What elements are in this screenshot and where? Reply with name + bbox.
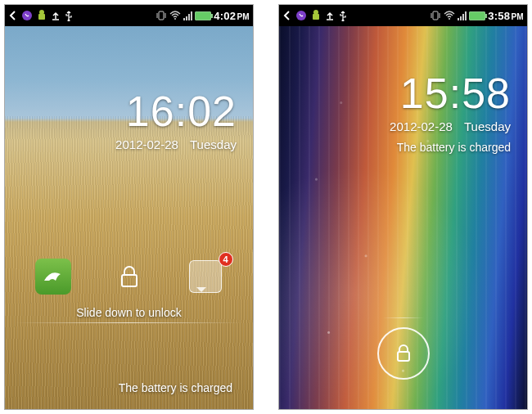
viber-icon — [295, 10, 307, 21]
svg-point-3 — [68, 20, 70, 22]
signal-icon — [458, 11, 467, 20]
status-bar: 3:58PM — [279, 5, 527, 26]
battery-status-text: The battery is charged — [397, 141, 511, 154]
usb-icon — [64, 10, 74, 21]
vibrate-icon — [156, 11, 167, 20]
wallpaper-rainbow: 15:58 2012-02-28 Tuesday The battery is … — [279, 26, 527, 409]
lock-date-line: 2012-02-28 Tuesday — [390, 119, 511, 133]
phone-screenshot-right: 3:58PM 15:58 2012-02-28 Tuesday The batt… — [278, 4, 528, 410]
lock-time: 16:02 — [115, 90, 237, 133]
unlock-handle[interactable] — [106, 257, 152, 296]
wallpaper-wheat: 16:02 2012-02-28 Tuesday — [5, 26, 253, 409]
dolphin-icon — [35, 259, 71, 295]
svg-rect-6 — [122, 275, 137, 286]
lock-icon — [392, 342, 415, 365]
phone-screenshot-left: 4:02PM 16:02 2012-02-28 Tuesday — [4, 4, 254, 410]
status-time: 4:02PM — [214, 10, 250, 22]
unlock-ring[interactable] — [377, 327, 430, 380]
lock-icon — [115, 262, 144, 291]
lock-date-line: 2012-02-28 Tuesday — [115, 137, 237, 151]
upload-icon — [325, 11, 335, 20]
usb-icon — [338, 10, 348, 21]
lock-clock: 16:02 2012-02-28 Tuesday — [115, 90, 237, 151]
upload-icon — [51, 11, 61, 20]
signal-icon — [183, 11, 192, 20]
android-icon — [36, 10, 47, 21]
android-icon — [310, 10, 322, 21]
svg-point-12 — [449, 18, 450, 20]
svg-rect-11 — [433, 11, 438, 20]
vibrate-icon — [430, 11, 441, 20]
shortcut-messages[interactable]: 4 — [183, 257, 228, 296]
svg-point-5 — [174, 18, 176, 20]
svg-rect-4 — [159, 11, 164, 20]
svg-point-2 — [39, 10, 44, 15]
status-time: 3:58PM — [488, 10, 524, 22]
battery-icon — [195, 11, 211, 20]
unlock-bar[interactable]: 4 Slide down to unlock — [15, 257, 243, 323]
svg-rect-13 — [398, 352, 409, 361]
wifi-icon — [444, 11, 455, 20]
divider — [15, 322, 243, 323]
svg-point-10 — [342, 20, 345, 22]
viber-icon — [21, 10, 33, 21]
unlock-hint: Slide down to unlock — [15, 306, 243, 319]
message-badge: 4 — [219, 252, 233, 267]
status-bar: 4:02PM — [5, 5, 253, 26]
back-icon — [282, 11, 292, 20]
shortcut-browser[interactable] — [30, 257, 76, 296]
svg-rect-8 — [313, 14, 319, 20]
lock-clock: 15:58 2012-02-28 Tuesday — [390, 72, 511, 133]
battery-status-text: The battery is charged — [119, 381, 232, 394]
message-icon — [189, 260, 222, 293]
battery-icon — [469, 11, 485, 20]
back-icon — [8, 11, 18, 20]
svg-rect-1 — [38, 14, 45, 20]
wifi-icon — [169, 11, 181, 20]
lock-time: 15:58 — [390, 72, 511, 115]
svg-point-9 — [313, 10, 318, 15]
